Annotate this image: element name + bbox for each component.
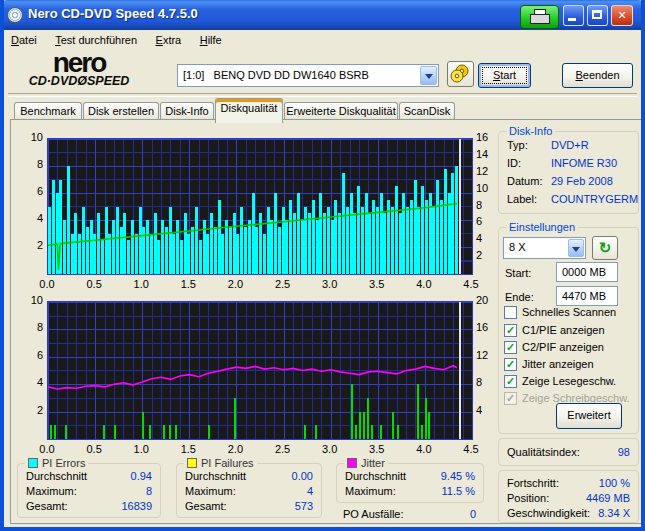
jitter-legend-chip [347,458,357,468]
disc-eject-icon [448,62,473,86]
axis-tick-label: 2 [15,404,43,416]
maximize-icon [592,10,602,19]
axis-tick-label: 4.0 [410,443,438,455]
axis-tick-label: 4 [15,212,43,224]
axis-tick-label: 0.0 [33,443,61,455]
axis-tick-label: 2.5 [269,443,297,455]
end-position-label: Ende: [505,291,534,303]
disk-info-panel: Disk-Info Typ:DVD+R ID:INFOME R30 Datum:… [498,131,639,214]
progress-panel: Fortschritt:100 % Position:4469 MB Gesch… [498,470,639,523]
axis-tick-label: 4 [476,232,482,244]
minimize-icon [568,18,576,21]
axis-tick-label: 1.5 [174,443,202,455]
start-position-input[interactable]: 0000 MB [556,262,618,282]
minimize-button[interactable] [563,5,584,26]
tab-strip: Benchmark Disk erstellen Disk-Info Diskq… [4,100,641,118]
axis-tick-label: 8 [476,376,482,388]
axis-tick-label: 6 [15,349,43,361]
po-failures-label: PO Ausfälle: [343,508,404,520]
close-icon: ✕ [617,9,626,21]
axis-tick-label: 1.0 [127,443,155,455]
axis-tick-label: 0.0 [33,278,61,290]
app-window: Nero CD-DVD Speed 4.7.5.0 ✕ Datei Test d… [0,0,645,531]
axis-tick-label: 3.0 [316,443,344,455]
axis-tick-label: 8 [476,199,482,211]
speed-select[interactable]: 8 X [503,237,586,259]
jitter-panel: Jitter Durchschnitt9.45 % Maximum:11.5 % [336,463,484,503]
axis-tick-label: 3.5 [363,278,391,290]
checkbox-c1-pie[interactable]: ✓ [504,324,517,337]
axis-tick-label: 4 [15,376,43,388]
axis-tick-label: 10 [15,294,43,306]
pi-errors-plot [47,138,473,275]
quality-index-panel: Qualitätsindex:98 [498,438,639,466]
pi-failures-panel: PI Failures Durchschnitt0.00 Maximum:4 G… [176,463,322,518]
chevron-down-icon[interactable] [420,66,437,85]
pi-failures-legend-chip [187,458,197,468]
refresh-button[interactable]: ↻ [592,236,618,260]
print-screen-button[interactable] [520,5,559,29]
axis-tick-label: 4.5 [457,278,485,290]
read-speed-line [48,139,472,274]
scan-end-marker [459,139,461,274]
menu-test-durchfuehren[interactable]: Test durchführen [48,32,144,48]
menu-extra[interactable]: Extra [149,32,189,48]
pi-errors-panel: PI Errors Durchschnitt0.94 Maximum:8 Ges… [17,463,161,518]
window-title: Nero CD-DVD Speed 4.7.5.0 [28,6,198,21]
axis-tick-label: 16 [476,321,488,333]
checkbox-schnelles-scannen[interactable] [504,306,517,319]
checkbox-schreibgeschwindigkeit: ✓ [504,392,517,405]
nero-logo: nero CD·DVDØSPEED [24,51,134,88]
axis-tick-label: 6 [476,215,482,227]
axis-tick-label: 2 [476,249,482,261]
start-position-label: Start: [505,267,531,279]
axis-tick-label: 10 [15,131,43,143]
app-disc-icon [7,7,23,23]
axis-tick-label: 4.5 [457,443,485,455]
tab-diskqualitaet[interactable]: Diskqualität [215,98,283,123]
title-bar[interactable]: Nero CD-DVD Speed 4.7.5.0 ✕ [0,0,645,30]
menu-datei[interactable]: Datei [4,32,44,48]
axis-tick-label: 10 [476,182,488,194]
axis-tick-label: 0.5 [80,278,108,290]
axis-tick-label: 1.0 [127,278,155,290]
axis-tick-label: 16 [476,131,488,143]
axis-tick-label: 8 [15,321,43,333]
axis-tick-label: 3.0 [316,278,344,290]
pi-errors-legend-chip [28,458,38,468]
jitter-pif-chart: 108642201612840.00.51.01.52.02.53.03.54.… [14,293,492,457]
axis-tick-label: 20 [476,294,488,306]
axis-tick-label: 1.5 [174,278,202,290]
axis-tick-label: 2 [15,239,43,251]
start-button[interactable]: Start [478,63,531,88]
axis-tick-label: 4.0 [410,278,438,290]
po-failures-value: 0 [470,508,476,520]
axis-tick-label: 6 [15,185,43,197]
quit-button[interactable]: Beenden [562,63,633,88]
chevron-down-icon[interactable] [568,239,584,257]
eject-button[interactable] [447,61,474,87]
toolbar: nero CD·DVDØSPEED [1:0] BENQ DVD DD DW16… [4,48,641,97]
close-button[interactable]: ✕ [611,5,633,26]
jitter-pif-plot [47,301,473,440]
drive-select[interactable]: [1:0] BENQ DVD DD DW1640 BSRB [177,64,439,87]
axis-tick-label: 8 [15,158,43,170]
advanced-button[interactable]: Erweitert [556,403,622,429]
axis-tick-label: 4 [476,404,482,416]
menu-hilfe[interactable]: Hilfe [193,32,229,48]
end-position-input[interactable]: 4470 MB [556,286,618,306]
scan-end-marker [459,302,461,439]
axis-tick-label: 14 [476,148,488,160]
pi-errors-chart: 1086421614121086420.00.51.01.52.02.53.03… [14,130,492,292]
maximize-button[interactable] [587,5,608,26]
jitter-line [48,302,472,439]
axis-tick-label: 0.5 [80,443,108,455]
axis-tick-label: 2.5 [269,278,297,290]
axis-tick-label: 2.0 [221,443,249,455]
axis-tick-label: 2.0 [221,278,249,290]
checkbox-c2-pif[interactable]: ✓ [504,341,517,354]
checkbox-lesegeschwindigkeit[interactable]: ✓ [504,375,517,388]
checkbox-jitter[interactable]: ✓ [504,358,517,371]
axis-tick-label: 12 [476,165,488,177]
axis-tick-label: 12 [476,349,488,361]
